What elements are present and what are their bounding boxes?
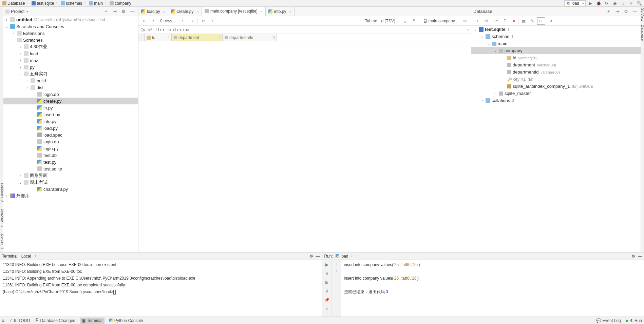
gear-icon[interactable]: ⚙ bbox=[622, 8, 630, 15]
close-icon[interactable]: × bbox=[261, 9, 263, 13]
coverage-button[interactable]: ⟳ bbox=[603, 0, 610, 6]
ddl-icon[interactable]: DL bbox=[537, 17, 545, 25]
db-col-departmentid[interactable]: departmentIdvarchar(30) bbox=[471, 68, 641, 76]
bc-main[interactable]: main bbox=[88, 1, 104, 6]
run-config-name[interactable]: load bbox=[341, 254, 348, 259]
db-sqlitemaster[interactable]: ›sqlite_master bbox=[471, 90, 641, 97]
statusbar-menu-icon[interactable]: ≡ bbox=[2, 318, 4, 323]
sidebar-tab-database[interactable]: Database bbox=[641, 25, 644, 41]
project-title[interactable]: Project bbox=[11, 9, 24, 14]
locate-icon[interactable]: ⌖ bbox=[102, 8, 110, 15]
gear-icon[interactable]: ⚙ bbox=[309, 254, 313, 259]
tree-root[interactable]: ›untitledC:\Users\mhz\PycharmProjects\un… bbox=[3, 16, 138, 23]
edit-icon[interactable]: ✎ bbox=[528, 17, 536, 25]
close-icon[interactable]: × bbox=[197, 9, 199, 14]
duplicate-icon[interactable]: ⧉ bbox=[482, 17, 490, 25]
run-output[interactable]: insert into company values('25','tattt5'… bbox=[341, 260, 644, 317]
db-tree[interactable]: ⌄test.sqlite1 ⌄schemas1 ⌄main ⌄company I… bbox=[471, 26, 641, 252]
project-tree[interactable]: ›untitledC:\Users\mhz\PycharmProjects\un… bbox=[3, 16, 138, 252]
tree-item[interactable]: ·test.sqlite bbox=[3, 165, 138, 172]
tree-item[interactable]: ·charater3.py bbox=[3, 186, 138, 193]
column-departmentid[interactable]: departmentId⇅ bbox=[223, 34, 277, 41]
tree-item[interactable]: ⌄期末考试 bbox=[3, 179, 138, 186]
down-icon[interactable]: ↓ bbox=[335, 268, 337, 273]
db-autoindex[interactable]: sqlite_autoindex_company_1(Id) UNIQUE bbox=[471, 83, 641, 90]
column-department[interactable]: department⇅ bbox=[172, 34, 223, 41]
tree-item[interactable]: ›build bbox=[3, 77, 138, 84]
locate-icon[interactable]: ⌖ bbox=[605, 8, 612, 15]
tab-load-py[interactable]: load.py× bbox=[138, 7, 168, 16]
tree-item[interactable]: ·test.db bbox=[3, 152, 138, 159]
tree-item[interactable]: ·login.db bbox=[3, 91, 138, 98]
db-key[interactable]: 🔑key #1(Id) bbox=[471, 76, 641, 83]
tree-item[interactable]: ·login.db bbox=[3, 138, 138, 145]
db-root[interactable]: ⌄test.sqlite1 bbox=[471, 26, 641, 33]
profile-button[interactable]: ◉ bbox=[611, 0, 618, 6]
add-row-icon[interactable]: ＋ bbox=[208, 17, 216, 25]
tree-scratches[interactable]: ⌄Scratches bbox=[3, 37, 138, 43]
table-view-icon[interactable]: ▦ bbox=[519, 17, 528, 25]
sidebar-tab-sciview[interactable]: SciView bbox=[641, 8, 644, 21]
tree-item[interactable]: ›py bbox=[3, 64, 138, 70]
tree-item[interactable]: ›mhz bbox=[3, 57, 138, 64]
refresh-icon[interactable]: ⟳ bbox=[492, 17, 500, 25]
gear-icon[interactable]: ⚙ bbox=[631, 254, 635, 259]
filter-icon[interactable]: ⧩ bbox=[547, 17, 555, 25]
tree-item[interactable]: ›4.30作业 bbox=[3, 43, 138, 50]
run-config-dropdown[interactable]: load bbox=[564, 0, 586, 6]
add-datasource-icon[interactable]: ＋ bbox=[473, 17, 481, 25]
clear-icon[interactable]: × bbox=[467, 27, 469, 32]
remove-row-icon[interactable]: － bbox=[217, 17, 225, 25]
stop-button[interactable]: ■ bbox=[628, 0, 634, 6]
tree-item[interactable]: ›图形界面 bbox=[3, 172, 138, 179]
bc-testsqlite[interactable]: test.sqlite bbox=[31, 1, 55, 6]
bc-schemas[interactable]: schemas bbox=[60, 1, 83, 6]
status-eventlog[interactable]: 💬Event Log bbox=[596, 318, 621, 323]
search-button[interactable]: 🔍 bbox=[636, 0, 643, 6]
tree-item-create-py[interactable]: ·create.py bbox=[3, 98, 138, 104]
tree-item[interactable]: ·into.py bbox=[3, 118, 138, 125]
grid-body[interactable] bbox=[138, 41, 471, 252]
soft-wrap-icon[interactable]: ↲ bbox=[323, 288, 330, 295]
sidebar-tab-project[interactable]: 1: Project bbox=[0, 232, 4, 251]
table-source[interactable]: 🗄 main.company ⌄ bbox=[422, 19, 460, 23]
sidebar-tab-structure[interactable]: 7: Structure bbox=[0, 207, 4, 229]
tree-item[interactable]: ·insert.py bbox=[3, 111, 138, 118]
export-data-icon[interactable]: ⭳ bbox=[401, 17, 409, 25]
terminal-add-tab[interactable]: ＋ bbox=[34, 253, 38, 259]
tab-create-py[interactable]: create.py× bbox=[168, 7, 202, 16]
hide-icon[interactable]: — bbox=[638, 254, 642, 259]
bc-company[interactable]: company bbox=[109, 1, 132, 6]
status-dbchanges[interactable]: 🗄Database Changes bbox=[35, 318, 75, 323]
db-main[interactable]: ⌄main bbox=[471, 40, 641, 47]
debug-button[interactable]: 🐞 bbox=[595, 0, 602, 6]
first-page-icon[interactable]: ⇤ bbox=[140, 17, 149, 25]
status-run[interactable]: ▶4: Run bbox=[626, 318, 642, 323]
column-id[interactable]: Id⇅ bbox=[145, 34, 172, 41]
db-col-id[interactable]: Idvarchar(20) bbox=[471, 54, 641, 61]
concurrent-button[interactable]: ⇉ bbox=[620, 0, 626, 6]
run-button[interactable]: ▶ bbox=[587, 0, 594, 6]
rerun-icon[interactable]: ▶ bbox=[323, 261, 330, 268]
tree-item[interactable]: ›dist bbox=[3, 84, 138, 91]
hide-icon[interactable]: — bbox=[129, 8, 136, 15]
more-icon[interactable]: » bbox=[323, 305, 330, 312]
export-format[interactable]: Tab-se…d (TSV) ⌄ bbox=[364, 19, 401, 23]
db-company[interactable]: ⌄company bbox=[471, 47, 641, 54]
next-page-icon[interactable]: › bbox=[179, 17, 187, 25]
tab-company-table[interactable]: main.company [test.sqlite]× bbox=[202, 7, 266, 16]
filter-input[interactable] bbox=[148, 27, 465, 32]
db-col-department[interactable]: departmentvarchar(30) bbox=[471, 61, 641, 68]
last-page-icon[interactable]: ⇥ bbox=[188, 17, 196, 25]
tree-scratches-consoles[interactable]: ⌄Scratches and Consoles bbox=[3, 23, 138, 30]
collapse-icon[interactable]: ⇥ bbox=[613, 8, 621, 15]
tree-item[interactable]: ·login.py bbox=[3, 145, 138, 152]
tree-item[interactable]: ·test.py bbox=[3, 159, 138, 165]
stop-icon[interactable]: ■ bbox=[323, 270, 330, 277]
tree-item[interactable]: ⌄五舟实习 bbox=[3, 70, 138, 77]
sidebar-tab-favorites[interactable]: 2: Favorites bbox=[0, 181, 4, 203]
close-icon[interactable]: × bbox=[163, 9, 165, 14]
tree-item[interactable]: ·load.py bbox=[3, 125, 138, 131]
tree-item[interactable]: ›load bbox=[3, 50, 138, 57]
status-pyconsole[interactable]: Python Console bbox=[109, 318, 143, 323]
